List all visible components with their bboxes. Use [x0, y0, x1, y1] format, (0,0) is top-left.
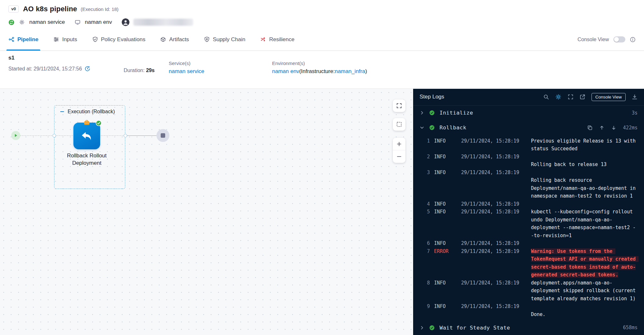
scroll-down-icon[interactable]: [611, 125, 616, 130]
log-section-duration: 3s: [632, 110, 638, 116]
log-line-number: 7: [413, 247, 430, 256]
shield-icon: [204, 36, 210, 42]
step-logs-panel: Step Logs Console View: [413, 89, 644, 335]
console-view-toggle[interactable]: [613, 36, 625, 42]
log-line: 2 INFO 29/11/2024, 15:28:19 Rolling back…: [413, 153, 644, 169]
log-section-duration: 422ms: [623, 125, 638, 131]
log-output[interactable]: 1 INFO 29/11/2024, 15:28:19 Previous eli…: [413, 135, 644, 320]
info-icon[interactable]: [630, 37, 636, 42]
copy-icon[interactable]: [587, 125, 592, 130]
duration-block: Duration: 29s: [124, 68, 155, 73]
log-timestamp: 29/11/2024, 15:28:19: [461, 279, 531, 287]
user-avatar[interactable]: [122, 18, 129, 26]
pipeline-end-node[interactable]: [156, 129, 169, 142]
step-success-check-icon: [96, 120, 102, 126]
log-section-initialize[interactable]: Initialize 3s: [413, 106, 644, 120]
edge-port: [124, 134, 127, 137]
tab-bar-right: Console View: [577, 28, 636, 51]
execution-id: (Execution Id: 18): [81, 6, 119, 12]
chevron-down-icon: [420, 125, 424, 130]
stage-name[interactable]: s1: [8, 55, 90, 61]
version-badge[interactable]: v0: [8, 5, 19, 13]
header-title-row: v0 AO k8s pipeline (Execution Id: 18): [8, 4, 636, 14]
log-panel-title: Step Logs: [420, 94, 444, 100]
tab-pipeline[interactable]: Pipeline: [8, 28, 38, 51]
tab-label: Supply Chain: [213, 36, 245, 43]
tab-bar: Pipeline Inputs Policy Evaluations Artif…: [0, 28, 644, 51]
tab-label: Resilience: [269, 36, 294, 43]
log-level: INFO: [434, 200, 461, 208]
marquee-select-icon: [396, 121, 402, 127]
chevron-right-icon: [420, 110, 424, 115]
sync-status-icon: [8, 19, 14, 25]
page-title: AO k8s pipeline: [23, 5, 77, 13]
log-level: ERROR: [434, 247, 461, 256]
tab-policy-evaluations[interactable]: Policy Evaluations: [92, 28, 146, 51]
plus-icon: [396, 141, 402, 147]
log-message: deployment.apps/naman-qa-ao-deployment s…: [531, 279, 638, 303]
stage-name-block: s1 Started at: 29/11/2024, 15:27:56: [8, 55, 90, 72]
log-line-number: 5: [413, 208, 430, 216]
pipeline-icon: [8, 36, 14, 42]
header-service-name[interactable]: naman service: [29, 19, 65, 25]
log-line: 9 INFO 29/11/2024, 15:28:19 Done.: [413, 302, 644, 318]
check-circle-icon: [429, 325, 435, 330]
gear-icon[interactable]: [19, 19, 25, 25]
tab-inputs[interactable]: Inputs: [53, 28, 77, 51]
log-message: Rolling back to release 13: [531, 153, 638, 169]
log-section-rollback[interactable]: Rollback 422ms: [413, 120, 644, 135]
zoom-in-button[interactable]: [393, 138, 405, 150]
chaos-icon: [260, 36, 266, 42]
tab-label: Artifacts: [169, 36, 189, 43]
log-settings-gear-icon[interactable]: [555, 94, 562, 100]
log-section-title: Initialize: [440, 110, 473, 116]
step-label[interactable]: Rollback Rollout Deployment: [54, 152, 119, 167]
log-line: 3 INFO 29/11/2024, 15:28:19 Rolling back…: [413, 169, 644, 200]
pipeline-canvas[interactable]: Execution (Rollback) Rollback Rollout De…: [0, 89, 413, 335]
environment-link[interactable]: naman env: [272, 68, 299, 74]
log-line-number: 8: [413, 279, 430, 287]
tab-artifacts[interactable]: Artifacts: [160, 28, 189, 51]
execution-rollback-group-label[interactable]: Execution (Rollback): [60, 109, 115, 115]
collapse-minus-icon[interactable]: [60, 109, 64, 114]
pipeline-start-node[interactable]: [11, 131, 20, 140]
service-link[interactable]: naman service: [169, 68, 204, 74]
scroll-up-icon[interactable]: [599, 125, 604, 130]
infrastructure-suffix: ): [365, 68, 367, 74]
log-section-title: Rollback: [440, 125, 466, 131]
step-rollback-rollout-deployment[interactable]: [73, 123, 100, 149]
search-icon[interactable]: [543, 94, 549, 100]
zoom-out-button[interactable]: [393, 150, 405, 163]
console-view-button[interactable]: Console View: [592, 93, 626, 101]
log-level: INFO: [434, 153, 461, 161]
log-message: kubectl --kubeconfig=config rollout undo…: [531, 208, 638, 239]
log-message: Done.: [531, 302, 638, 318]
tab-supply-chain[interactable]: Supply Chain: [204, 28, 245, 51]
header-environment-name[interactable]: naman env: [85, 19, 112, 25]
infrastructure-prefix: (Infrastructure:: [299, 68, 335, 74]
log-section-wait-for-steady-state[interactable]: Wait for Steady State 658ms: [413, 320, 644, 335]
edge-port: [52, 134, 56, 137]
log-level: INFO: [434, 208, 461, 216]
tab-label: Pipeline: [17, 36, 38, 43]
header: v0 AO k8s pipeline (Execution Id: 18) na…: [0, 0, 644, 28]
stage-summary-bar: s1 Started at: 29/11/2024, 15:27:56 Dura…: [0, 51, 644, 89]
history-icon[interactable]: [84, 66, 90, 72]
download-icon[interactable]: [632, 94, 638, 100]
stop-icon: [161, 133, 165, 138]
log-level: INFO: [434, 279, 461, 287]
toggle-knob: [614, 37, 619, 42]
expand-fullscreen-icon[interactable]: [568, 94, 573, 100]
canvas-marquee-select-button[interactable]: [393, 118, 405, 131]
log-line: 1 INFO 29/11/2024, 15:28:19 Previous eli…: [413, 137, 644, 153]
infrastructure-link[interactable]: naman_infra: [335, 68, 365, 74]
play-icon: [14, 133, 18, 138]
canvas-fullscreen-button[interactable]: [393, 99, 405, 112]
tab-resilience[interactable]: Resilience: [260, 28, 294, 51]
group-label-text: Execution (Rollback): [68, 109, 115, 115]
canvas-zoom-controls: [393, 138, 405, 163]
services-block: Service(s) naman service: [169, 60, 204, 75]
log-timestamp: 29/11/2024, 15:28:19: [461, 137, 531, 145]
log-section-duration: 658ms: [623, 325, 638, 330]
open-in-new-icon[interactable]: [580, 94, 585, 100]
